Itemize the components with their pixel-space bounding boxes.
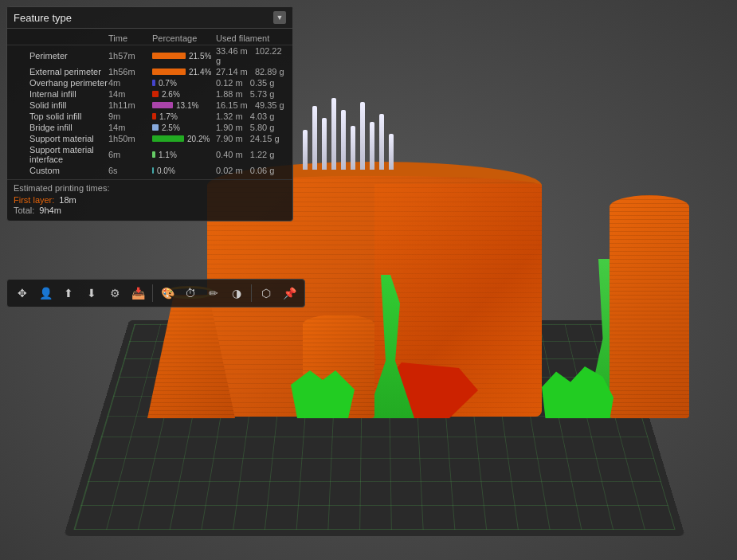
spike [351, 126, 355, 170]
feature-pct: 2.6% [152, 90, 216, 99]
feature-label: Solid infill [29, 100, 108, 110]
print-times-section: Estimated printing times: First layer: 1… [7, 179, 292, 221]
feature-filament: 16.15 m 49.35 g [216, 100, 288, 110]
print-times-label: Estimated printing times: [14, 183, 286, 193]
feature-filament: 0.40 m 1.22 g [216, 150, 288, 159]
legend-row: Support material 1h50m 20.2% 7.90 m 24.1… [7, 133, 292, 144]
feature-filament: 27.14 m 82.89 g [216, 67, 288, 76]
first-layer-key: First layer: [14, 195, 54, 205]
pen-icon[interactable]: ✏ [203, 283, 224, 303]
feature-pct: 13.1% [152, 101, 216, 110]
spike [322, 118, 327, 170]
legend-row: Overhang perimeter 4m 0.7% 0.12 m 0.35 g [7, 77, 292, 88]
feature-pct: 20.2% [152, 135, 216, 143]
legend-row: Bridge infill 14m 2.5% 1.90 m 5.80 g [7, 122, 292, 133]
feature-label: Top solid infill [29, 112, 108, 121]
total-time-row: Total: 9h4m [14, 206, 286, 215]
feature-filament: 33.46 m 102.22 g [216, 46, 288, 65]
cube-icon[interactable]: ⬡ [256, 283, 276, 303]
import-icon[interactable]: 📥 [127, 283, 148, 303]
feature-label: Perimeter [29, 51, 108, 61]
legend-header: Feature type ▼ [7, 7, 292, 29]
feature-filament: 0.02 m 0.06 g [216, 166, 288, 175]
feature-time: 6m [108, 150, 152, 159]
legend-col-headers: Time Percentage Used filament [7, 32, 292, 45]
spike [331, 98, 336, 170]
feature-time: 1h50m [108, 134, 152, 143]
feature-time: 9m [108, 112, 152, 121]
timer-icon[interactable]: ⏱ [180, 283, 201, 303]
legend-row: Support material interface 6m 1.1% 0.40 … [7, 144, 292, 165]
feature-time: 14m [108, 89, 152, 99]
legend-row: Top solid infill 9m 1.7% 1.32 m 4.03 g [7, 111, 292, 122]
contrast-icon[interactable]: ◑ [226, 283, 247, 303]
legend-row: Perimeter 1h57m 21.5% 33.46 m 102.22 g [7, 45, 292, 66]
feature-filament: 1.32 m 4.03 g [216, 112, 288, 121]
legend-row: Internal infill 14m 2.6% 1.88 m 5.73 g [7, 88, 292, 100]
spike [360, 102, 365, 170]
feature-pct: 1.1% [152, 151, 216, 159]
legend-dropdown-button[interactable]: ▼ [273, 11, 286, 24]
legend-row: Custom 6s 0.0% 0.02 m 0.06 g [7, 165, 292, 176]
legend-rows: Perimeter 1h57m 21.5% 33.46 m 102.22 g E… [7, 45, 292, 176]
legend-panel: Feature type ▼ Time Percentage Used fila… [6, 6, 293, 221]
feature-time: 1h11m [108, 100, 152, 110]
spike [341, 110, 346, 170]
feature-filament: 0.12 m 0.35 g [216, 78, 288, 88]
layers-up-icon[interactable]: ⬆ [58, 283, 79, 303]
feature-pct: 2.5% [152, 123, 216, 132]
total-val: 9h4m [39, 206, 61, 215]
feature-pct: 0.0% [152, 166, 216, 175]
feature-pct: 21.4% [152, 68, 216, 76]
col-time: Time [108, 33, 152, 43]
spike [389, 134, 394, 170]
total-key: Total: [14, 206, 34, 215]
toolbar: ✥👤⬆⬇⚙📥🎨⏱✏◑⬡📌 [6, 279, 305, 307]
feature-label: External perimeter [29, 67, 108, 76]
legend-row: Solid infill 1h11m 13.1% 16.15 m 49.35 g [7, 100, 292, 111]
feature-time: 14m [108, 123, 152, 132]
pin-icon[interactable]: 📌 [279, 283, 300, 303]
feature-time: 1h57m [108, 51, 152, 61]
feature-label: Overhang perimeter [29, 78, 108, 88]
legend-row: External perimeter 1h56m 21.4% 27.14 m 8… [7, 66, 292, 77]
feature-label: Custom [29, 166, 108, 175]
palette-icon[interactable]: 🎨 [157, 283, 178, 303]
feature-filament: 1.90 m 5.80 g [216, 123, 288, 132]
support-spikes [303, 98, 394, 170]
spike [370, 122, 374, 170]
spike [312, 106, 317, 170]
toolbar-separator [152, 284, 153, 302]
feature-label: Internal infill [29, 89, 108, 99]
feature-pct: 21.5% [152, 52, 216, 61]
person-icon[interactable]: 👤 [35, 283, 56, 303]
legend-table: Time Percentage Used filament Perimeter … [7, 29, 292, 179]
feature-label: Support material [29, 134, 108, 143]
spike [379, 114, 384, 170]
feature-pct: 1.7% [152, 112, 216, 121]
feature-time: 6s [108, 166, 152, 175]
first-layer-row: First layer: 18m [14, 195, 286, 205]
first-layer-val: 18m [59, 195, 76, 205]
spike [303, 130, 308, 170]
feature-pct: 0.7% [152, 79, 216, 88]
layers-down-icon[interactable]: ⬇ [81, 283, 102, 303]
col-pct: Percentage [152, 33, 216, 43]
settings-icon[interactable]: ⚙ [104, 283, 125, 303]
feature-filament: 7.90 m 24.15 g [216, 134, 288, 143]
feature-time: 1h56m [108, 67, 152, 76]
toolbar-separator [251, 284, 252, 302]
legend-title: Feature type [14, 12, 72, 24]
feature-label: Bridge infill [29, 123, 108, 132]
feature-label: Support material interface [29, 145, 108, 164]
col-filament: Used filament [216, 33, 288, 43]
feature-filament: 1.88 m 5.73 g [216, 89, 288, 99]
right-cylinder-object [610, 195, 689, 418]
move-icon[interactable]: ✥ [12, 283, 33, 303]
feature-time: 4m [108, 78, 152, 88]
